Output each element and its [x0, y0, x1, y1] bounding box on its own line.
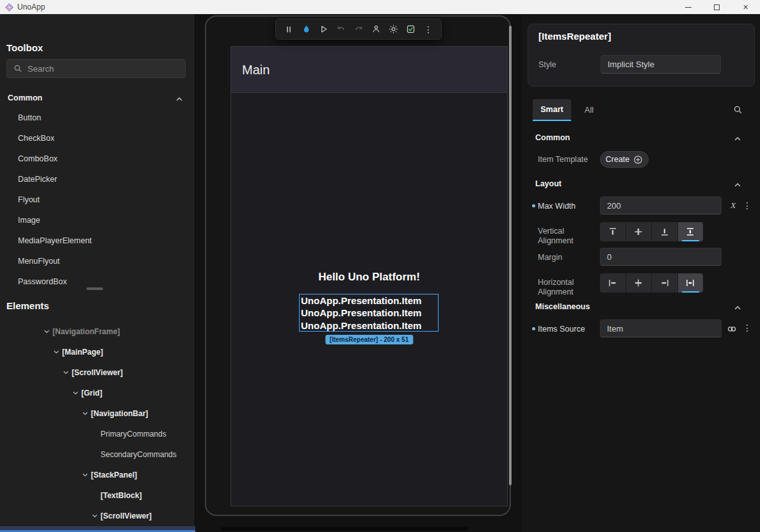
redo-button[interactable] — [353, 24, 364, 35]
items-source-input[interactable] — [600, 319, 722, 337]
section-layout[interactable]: Layout — [522, 173, 760, 194]
tree-item-mainpage[interactable]: [MainPage] — [0, 342, 195, 362]
selection-badge: [ItemsRepeater] - 200 x 51 — [325, 335, 413, 344]
close-button[interactable]: × — [731, 0, 760, 14]
pause-button[interactable] — [283, 24, 295, 35]
item-template-row: Item Template Create — [522, 149, 760, 171]
binding-link-icon[interactable] — [727, 324, 737, 337]
validation-check-icon[interactable] — [405, 24, 417, 35]
toolbox-panel: Toolbox Common ButtonCheckBoxComboBoxDat… — [0, 14, 195, 532]
toolbox-item-datepicker[interactable]: DatePicker — [0, 169, 195, 189]
device-frame: Main Hello Uno Platform! UnoApp.Presenta… — [205, 15, 511, 516]
tree-item-label: [ScrollViewer] — [101, 512, 152, 520]
vertical-alignment-group — [600, 222, 703, 241]
xaml-marker-icon[interactable]: X — [731, 200, 736, 211]
tree-item-label: PrimaryCommands — [101, 430, 166, 439]
toolbox-item-button[interactable]: Button — [0, 108, 195, 128]
tab-all[interactable]: All — [571, 99, 607, 121]
more-options-icon[interactable]: ⋮ — [743, 323, 752, 333]
properties-tabs: Smart All — [522, 99, 760, 121]
toolbox-section-common[interactable]: Common — [0, 90, 195, 106]
tab-smart[interactable]: Smart — [533, 99, 571, 121]
theme-toggle-sun-icon[interactable] — [388, 24, 400, 35]
halign-left-button[interactable] — [600, 273, 626, 293]
properties-search-icon[interactable] — [733, 105, 743, 117]
hot-reload-flame-icon[interactable] — [300, 24, 312, 35]
toolbox-item-mediaplayerelement[interactable]: MediaPlayerElement — [0, 230, 195, 251]
unoapp-window: UnoApp × Toolbox Common ButtonCheckBoxCo… — [0, 0, 760, 532]
search-icon — [13, 64, 22, 73]
ellipsis-icon: ⋮ — [424, 24, 433, 35]
chevron-up-icon[interactable] — [734, 303, 741, 314]
chevron-down-icon[interactable] — [60, 369, 72, 376]
titlebar: UnoApp × — [0, 0, 760, 14]
app-navbar: Main — [231, 47, 507, 93]
margin-input[interactable] — [600, 248, 722, 266]
chevron-down-icon[interactable] — [41, 328, 53, 335]
tree-item-navigationframe[interactable]: [NavigationFrame] — [0, 321, 195, 342]
max-width-input[interactable] — [600, 197, 722, 214]
maximize-icon — [714, 4, 720, 10]
selection-card: [ItemsRepeater] Style — [528, 24, 755, 86]
window-title: UnoApp — [17, 3, 45, 12]
create-template-button[interactable]: Create — [600, 151, 649, 168]
element-inspector-icon[interactable] — [370, 24, 382, 35]
valign-stretch-button[interactable] — [678, 222, 704, 241]
minimize-button[interactable] — [674, 0, 702, 14]
vertical-scrollbar[interactable] — [509, 26, 512, 485]
toolbox-item-checkbox[interactable]: CheckBox — [0, 128, 195, 149]
play-button[interactable] — [318, 24, 330, 35]
chevron-up-icon[interactable] — [734, 180, 741, 191]
halign-stretch-button[interactable] — [678, 273, 704, 293]
chevron-down-icon[interactable] — [51, 349, 62, 355]
max-width-label: Max Width — [538, 202, 576, 211]
max-width-row: Max Width X ⋮ — [522, 197, 760, 216]
margin-label: Margin — [538, 253, 562, 262]
undo-button[interactable] — [336, 24, 347, 35]
toolbox-search-input[interactable] — [28, 64, 168, 74]
valign-center-button[interactable] — [626, 222, 652, 241]
tree-item-textblock[interactable]: [TextBlock] — [0, 485, 195, 506]
selected-items-repeater[interactable]: UnoApp.Presentation.ItemUnoApp.Presentat… — [299, 294, 439, 332]
toolbox-item-flyout[interactable]: Flyout — [0, 189, 195, 210]
chevron-down-icon[interactable] — [70, 390, 81, 396]
chevron-up-icon[interactable] — [175, 94, 183, 106]
toolbox-item-menuflyout[interactable]: MenuFlyout — [0, 251, 195, 271]
chevron-down-icon[interactable] — [79, 410, 91, 417]
horizontal-scrollbar[interactable] — [221, 527, 468, 531]
tree-item-stackpanel[interactable]: [StackPanel] — [0, 465, 195, 485]
chevron-up-icon[interactable] — [734, 134, 741, 145]
tree-item-label: [Grid] — [81, 389, 102, 398]
toolbox-item-combobox[interactable]: ComboBox — [0, 149, 195, 169]
tree-item-grid[interactable]: [Grid] — [0, 383, 195, 403]
device-screen[interactable]: Main Hello Uno Platform! UnoApp.Presenta… — [230, 46, 508, 506]
tree-item-primarycommands[interactable]: PrimaryCommands — [0, 424, 195, 444]
minimize-icon — [685, 7, 691, 8]
style-input[interactable] — [601, 55, 721, 74]
tree-item-scrollviewer[interactable]: [ScrollViewer] — [0, 362, 195, 383]
overflow-menu-button[interactable]: ⋮ — [423, 24, 434, 35]
chevron-down-icon[interactable] — [79, 472, 91, 478]
toolbox-item-image[interactable]: Image — [0, 210, 195, 230]
section-common[interactable]: Common — [522, 127, 760, 148]
plus-circle-icon — [633, 155, 643, 165]
elements-title: Elements — [6, 300, 49, 311]
horizontal-alignment-label: Horizontal Alignment — [538, 278, 584, 297]
splitter-grip[interactable] — [86, 287, 103, 290]
toolbox-search[interactable] — [6, 59, 186, 78]
tree-item-secondarycommands[interactable]: SecondaryCommands — [0, 444, 195, 465]
item-template-label: Item Template — [538, 155, 588, 165]
halign-right-button[interactable] — [652, 273, 677, 293]
section-common-label: Common — [8, 93, 42, 102]
maximize-button[interactable] — [702, 0, 731, 14]
valign-top-button[interactable] — [600, 222, 626, 241]
tree-item-scrollviewer[interactable]: [ScrollViewer] — [0, 506, 195, 526]
valign-bottom-button[interactable] — [652, 222, 677, 241]
repeater-item-text: UnoApp.Presentation.Item — [300, 319, 438, 332]
halign-center-button[interactable] — [626, 273, 652, 293]
chevron-down-icon[interactable] — [89, 513, 101, 519]
items-source-row: Items Source ⋮ — [522, 319, 760, 339]
section-miscellaneous[interactable]: Miscellaneous — [522, 296, 760, 317]
more-options-icon[interactable]: ⋮ — [743, 200, 752, 211]
tree-item-navigationbar[interactable]: [NavigationBar] — [0, 403, 195, 424]
